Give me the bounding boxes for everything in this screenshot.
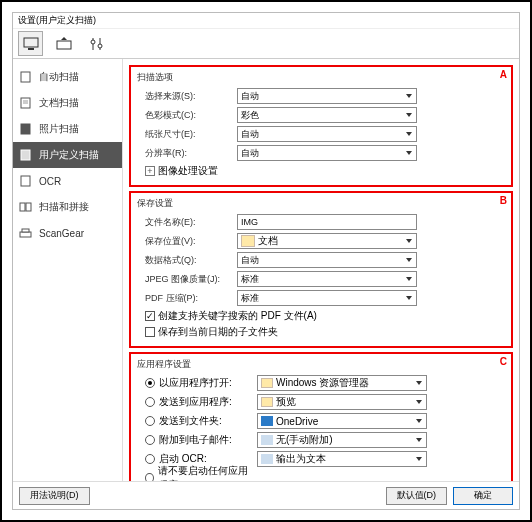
folder-icon (241, 235, 255, 247)
svg-rect-14 (20, 203, 25, 211)
svg-rect-1 (28, 48, 34, 50)
svg-rect-16 (20, 232, 31, 237)
keyword-pdf-checkbox[interactable] (145, 311, 155, 321)
attach-mail-radio[interactable] (145, 435, 155, 445)
send-app-radio[interactable] (145, 397, 155, 407)
resolution-label: 分辨率(R): (137, 147, 237, 160)
send-folder-radio[interactable] (145, 416, 155, 426)
section-b-badge: B (500, 195, 507, 206)
doc-icon (19, 71, 33, 83)
open-app-label: 以应用程序打开: (159, 376, 232, 390)
section-b-title: 保存设置 (137, 197, 505, 210)
svg-rect-2 (57, 41, 71, 49)
svg-point-5 (91, 40, 95, 44)
svg-rect-13 (21, 176, 30, 186)
expand-image-proc[interactable]: + (145, 166, 155, 176)
savein-select[interactable]: 文档 (237, 233, 417, 249)
scanner-icon (19, 227, 33, 239)
window-title: 设置(用户定义扫描) (13, 13, 519, 29)
sidebar: 自动扫描 文档扫描 照片扫描 用户定义扫描 OCR 扫描和拼接 ScanGear (13, 59, 123, 481)
svg-rect-7 (21, 72, 30, 82)
date-folder-label: 保存到当前日期的子文件夹 (158, 325, 278, 339)
sidebar-item-ocr[interactable]: OCR (13, 168, 122, 194)
send-app-select[interactable]: 预览 (257, 394, 427, 410)
no-app-radio[interactable] (145, 473, 154, 481)
attach-mail-select[interactable]: 无(手动附加) (257, 432, 427, 448)
sidebar-item-scangear[interactable]: ScanGear (13, 220, 122, 246)
section-c-badge: C (500, 356, 507, 367)
svg-rect-17 (22, 229, 29, 232)
stitch-icon (19, 201, 33, 213)
svg-rect-12 (21, 150, 30, 160)
preview-icon (261, 397, 273, 407)
open-app-select[interactable]: Windows 资源管理器 (257, 375, 427, 391)
filename-label: 文件名称(E): (137, 216, 237, 229)
format-select[interactable]: 自动 (237, 252, 417, 268)
sidebar-item-auto[interactable]: 自动扫描 (13, 64, 122, 90)
custom-icon (19, 149, 33, 161)
resolution-select[interactable]: 自动 (237, 145, 417, 161)
send-folder-label: 发送到文件夹: (159, 414, 222, 428)
sidebar-item-stitch[interactable]: 扫描和拼接 (13, 194, 122, 220)
svg-rect-0 (24, 38, 38, 47)
doc-icon (19, 97, 33, 109)
colormode-select[interactable]: 彩色 (237, 107, 417, 123)
svg-point-6 (98, 44, 102, 48)
section-a-badge: A (500, 69, 507, 80)
help-button[interactable]: 用法说明(D) (19, 487, 90, 505)
section-app-settings: C 应用程序设置 以应用程序打开:Windows 资源管理器 发送到应用程序:预… (129, 352, 513, 481)
svg-rect-11 (21, 124, 30, 134)
start-ocr-radio[interactable] (145, 454, 155, 464)
send-app-label: 发送到应用程序: (159, 395, 232, 409)
colormode-label: 色彩模式(C): (137, 109, 237, 122)
attach-mail-label: 附加到电子邮件: (159, 433, 232, 447)
svg-rect-15 (26, 203, 31, 211)
filename-input[interactable]: IMG (237, 214, 417, 230)
papersize-select[interactable]: 自动 (237, 126, 417, 142)
settings-window: 设置(用户定义扫描) 自动扫描 文档扫描 照片扫描 用户定义扫描 OCR 扫描和… (12, 12, 520, 510)
jpegq-label: JPEG 图像质量(J): (137, 273, 237, 286)
photo-icon (19, 123, 33, 135)
text-icon (261, 454, 273, 464)
settings-main: A 扫描选项 选择来源(S):自动 色彩模式(C):彩色 纸张尺寸(E):自动 … (123, 59, 519, 481)
toolbar-scan-from-panel[interactable] (51, 31, 76, 56)
send-folder-select[interactable]: OneDrive (257, 413, 427, 429)
defaults-button[interactable]: 默认值(D) (386, 487, 448, 505)
pdfcomp-select[interactable]: 标准 (237, 290, 417, 306)
ok-button[interactable]: 确定 (453, 487, 513, 505)
source-select[interactable]: 自动 (237, 88, 417, 104)
section-a-title: 扫描选项 (137, 71, 505, 84)
start-ocr-select[interactable]: 输出为文本 (257, 451, 427, 467)
section-c-title: 应用程序设置 (137, 358, 505, 371)
toolbar (13, 29, 519, 59)
open-app-radio[interactable] (145, 378, 155, 388)
section-scan-options: A 扫描选项 选择来源(S):自动 色彩模式(C):彩色 纸张尺寸(E):自动 … (129, 65, 513, 187)
sidebar-item-photo[interactable]: 照片扫描 (13, 116, 122, 142)
no-app-label: 请不要启动任何应用程序 (158, 464, 257, 481)
footer: 用法说明(D) 默认值(D) 确定 (13, 481, 519, 509)
papersize-label: 纸张尺寸(E): (137, 128, 237, 141)
section-save-settings: B 保存设置 文件名称(E):IMG 保存位置(V):文档 数据格式(Q):自动… (129, 191, 513, 348)
date-folder-checkbox[interactable] (145, 327, 155, 337)
keyword-pdf-label: 创建支持关键字搜索的 PDF 文件(A) (158, 309, 317, 323)
toolbar-scan-from-pc[interactable] (18, 31, 43, 56)
format-label: 数据格式(Q): (137, 254, 237, 267)
savein-label: 保存位置(V): (137, 235, 237, 248)
pdfcomp-label: PDF 压缩(P): (137, 292, 237, 305)
source-label: 选择来源(S): (137, 90, 237, 103)
explorer-icon (261, 378, 273, 388)
ocr-icon (19, 175, 33, 187)
toolbar-general-settings[interactable] (84, 31, 109, 56)
sidebar-item-document[interactable]: 文档扫描 (13, 90, 122, 116)
jpegq-select[interactable]: 标准 (237, 271, 417, 287)
image-proc-label: 图像处理设置 (158, 164, 218, 178)
mail-icon (261, 435, 273, 445)
onedrive-icon (261, 416, 273, 426)
sidebar-item-custom[interactable]: 用户定义扫描 (13, 142, 122, 168)
